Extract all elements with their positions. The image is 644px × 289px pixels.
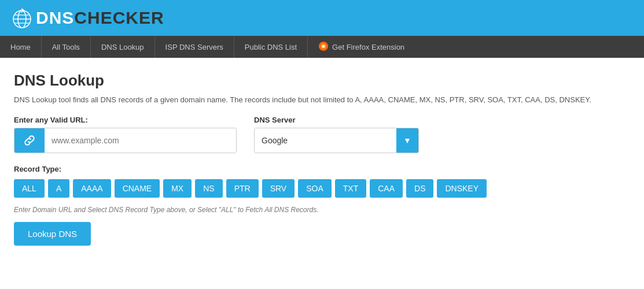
nav-firefox-extension[interactable]: Get Firefox Extension (308, 36, 415, 58)
dropdown-arrow-icon: ▼ (403, 136, 411, 145)
record-type-btn-caa[interactable]: CAA (370, 179, 403, 198)
logo: DNS CHECKER (10, 6, 164, 29)
record-type-btn-a[interactable]: A (48, 179, 69, 198)
logo-text: DNS CHECKER (36, 8, 164, 28)
logo-checker: CHECKER (74, 8, 164, 28)
description-text: DNS Lookup tool finds all DNS records of… (14, 95, 623, 104)
record-type-btn-aaaa[interactable]: AAAA (73, 179, 111, 198)
logo-dns: DNS (36, 8, 74, 28)
url-input-wrapper (14, 128, 237, 153)
firefox-icon (318, 41, 329, 53)
dns-dropdown-button[interactable]: ▼ (396, 128, 418, 153)
dns-server-label: DNS Server (254, 116, 419, 124)
nav-home[interactable]: Home (0, 36, 42, 58)
url-icon-button[interactable] (14, 128, 45, 153)
record-type-section: Record Type: ALLAAAAACNAMEMXNSPTRSRVSOAT… (14, 165, 623, 198)
nav-dns-lookup[interactable]: DNS Lookup (91, 36, 155, 58)
dns-server-wrapper: ▼ (254, 128, 419, 153)
record-type-btn-ptr[interactable]: PTR (226, 179, 259, 198)
main-content: DNS Lookup DNS Lookup tool finds all DNS… (0, 58, 636, 260)
record-type-label: Record Type: (14, 165, 623, 173)
record-type-btn-mx[interactable]: MX (163, 179, 192, 198)
globe-icon (10, 6, 34, 29)
record-type-btn-soa[interactable]: SOA (298, 179, 332, 198)
lookup-dns-button[interactable]: Lookup DNS (14, 222, 91, 246)
record-buttons: ALLAAAAACNAMEMXNSPTRSRVSOATXTCAADSDNSKEY (14, 179, 623, 198)
navbar: Home All Tools DNS Lookup ISP DNS Server… (0, 36, 644, 58)
svg-point-8 (322, 45, 325, 47)
nav-public-dns[interactable]: Public DNS List (234, 36, 308, 58)
url-group: Enter any Valid URL: (14, 116, 237, 153)
record-type-btn-cname[interactable]: CNAME (115, 179, 160, 198)
firefox-extension-label: Get Firefox Extension (332, 43, 404, 51)
nav-all-tools[interactable]: All Tools (42, 36, 91, 58)
record-type-btn-txt[interactable]: TXT (335, 179, 366, 198)
page-title: DNS Lookup (14, 72, 623, 90)
record-type-btn-dnskey[interactable]: DNSKEY (437, 179, 487, 198)
url-input[interactable] (45, 128, 236, 153)
record-type-btn-ns[interactable]: NS (195, 179, 222, 198)
dns-server-group: DNS Server ▼ (254, 116, 419, 153)
link-icon (23, 134, 36, 147)
url-label: Enter any Valid URL: (14, 116, 237, 124)
dns-server-input[interactable] (255, 128, 396, 153)
nav-isp-dns[interactable]: ISP DNS Servers (155, 36, 234, 58)
site-header: DNS CHECKER (0, 0, 644, 36)
record-type-btn-srv[interactable]: SRV (262, 179, 295, 198)
record-type-btn-ds[interactable]: DS (406, 179, 433, 198)
form-row: Enter any Valid URL: DNS Server ▼ (14, 116, 623, 153)
record-type-btn-all[interactable]: ALL (14, 179, 45, 198)
hint-text: Enter Domain URL and Select DNS Record T… (14, 206, 623, 214)
